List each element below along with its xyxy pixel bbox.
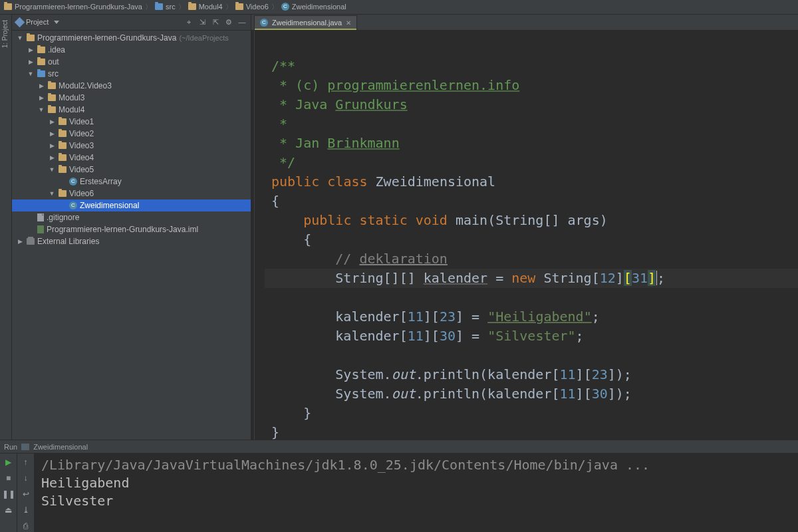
stop-button[interactable]: ■ [3,472,15,484]
tree-expand-icon[interactable]: ▼ [37,106,45,113]
code-line[interactable]: } [265,423,798,440]
code-line[interactable]: * Java Grundkurs [265,95,798,114]
tree-row[interactable]: ▶Video3 [12,140,251,152]
code-line[interactable]: */ [265,153,798,172]
tree-expand-icon[interactable]: ▼ [16,35,24,41]
hide-icon[interactable]: — [237,17,247,27]
breadcrumb-item[interactable]: Programmieren-lernen-Grundkurs-Java [4,3,142,11]
run-config-name: Zweidimensional [33,443,88,451]
scroll-to-end-button[interactable]: ⤓ [20,504,32,516]
code-line[interactable]: String[][] kalender = new String[12][31]… [265,269,798,288]
console-line: Silvester [41,493,113,509]
folder-icon [59,154,66,161]
tree-row[interactable]: ▶Video1 [12,116,251,128]
close-icon[interactable]: ✕ [346,19,351,27]
tree-expand-icon[interactable]: ▶ [27,47,35,53]
code-line[interactable]: // deklaration [265,249,798,269]
breadcrumb-item[interactable]: Video6 [235,3,269,11]
locate-icon[interactable]: ⌖ [184,17,194,27]
tree-expand-icon[interactable]: ▶ [37,82,45,89]
project-tool-stripe-label[interactable]: 1: Project [1,20,9,48]
tree-row[interactable]: ▼src [12,68,251,80]
expand-all-icon[interactable]: ⇱ [211,17,220,27]
code-line[interactable]: kalender[11][30] = "Silvester"; [265,327,798,346]
exit-button[interactable]: ⏏ [3,504,15,516]
code-line[interactable]: * (c) programmierenlernen.info [265,76,798,95]
code-line[interactable]: public class Zweidimensional [265,172,798,192]
code-line[interactable]: System.out.println(kalender[11][30]); [265,384,798,404]
folder-icon [48,106,56,113]
tree-row[interactable]: ▼Video5 [12,164,251,176]
collapse-all-icon[interactable]: ⇲ [198,17,207,27]
breadcrumb-item[interactable]: CZweidimensional [281,3,346,11]
code-line[interactable]: } [265,404,798,423]
tree-row[interactable]: ▶out [12,56,251,68]
tree-expand-icon[interactable]: ▶ [48,130,56,137]
file-icon [37,225,44,233]
code-line[interactable]: /** [265,57,798,76]
run-toolbar-left: ▶ ■ ❚❚ ⏏ [0,454,17,532]
soft-wrap-button[interactable]: ↩ [20,488,32,500]
code-line[interactable]: * Jan Brinkmann [265,134,798,153]
project-view-selector[interactable]: Project [16,18,59,26]
breadcrumb-separator: 〉 [145,2,152,12]
tree-row[interactable]: ▶Video2 [12,128,251,140]
run-console[interactable]: /Library/Java/JavaVirtualMachines/jdk1.8… [35,454,798,532]
folder-icon [59,130,66,137]
folder-icon [4,3,12,10]
tree-expand-icon[interactable]: ▼ [27,70,35,77]
chevron-down-icon [54,21,59,24]
code-line[interactable]: { [265,192,798,211]
folder-icon [235,3,243,10]
tree-expand-icon[interactable]: ▶ [37,94,45,101]
tree-expand-icon[interactable]: ▶ [48,142,56,149]
tree-row[interactable]: ▼Programmieren-lernen-Grundkurs-Java(~/I… [12,32,251,44]
tree-expand-icon[interactable]: ▼ [48,166,56,173]
down-button[interactable]: ↓ [20,472,32,484]
code-line[interactable]: { [265,230,798,249]
editor-tabs: C Zweidimensional.java ✕ [251,15,798,31]
tree-row[interactable]: ▶CZweidimensional [12,200,251,211]
print-button[interactable]: ⎙ [20,520,32,532]
tree-row[interactable]: ▶CErstesArray [12,176,251,188]
rerun-button[interactable]: ▶ [3,456,15,468]
tree-row[interactable]: ▶Video4 [12,152,251,164]
tree-label: .gitignore [47,213,79,222]
code-line[interactable]: * [265,114,798,134]
run-config-icon [21,444,29,450]
code-line[interactable]: System.out.println(kalender[11][23]); [265,365,798,384]
tool-window-stripe-left[interactable]: 1: Project [0,15,12,440]
tree-expand-icon[interactable]: ▼ [48,190,56,197]
up-button[interactable]: ↑ [20,456,32,468]
code-line[interactable] [265,37,798,57]
tree-label: ErstesArray [80,177,122,186]
code-line[interactable]: kalender[11][23] = "Heiligabend"; [265,307,798,327]
tree-row[interactable]: ▼Video6 [12,188,251,200]
tree-label: .idea [48,45,65,55]
breadcrumb-item[interactable]: src [155,3,176,11]
tree-expand-icon[interactable]: ▶ [27,59,35,65]
tree-row[interactable]: ▶.idea [12,44,251,56]
code-line[interactable] [265,288,798,307]
tree-expand-icon[interactable]: ▶ [48,154,56,161]
tree-row[interactable]: ▶.gitignore [12,211,251,223]
tree-row[interactable]: ▶Programmieren-lernen-Grundkurs-Java.iml [12,223,251,235]
breadcrumb-item[interactable]: Modul4 [188,3,223,11]
tree-row[interactable]: ▶Modul2.Video3 [12,80,251,92]
tree-expand-icon[interactable]: ▶ [16,238,24,245]
settings-icon[interactable]: ⚙ [224,17,233,27]
tree-label: Video5 [69,165,94,174]
tree-expand-icon[interactable]: ▶ [48,118,56,125]
folder-icon [37,70,45,77]
tree-row[interactable]: ▼Modul4 [12,104,251,116]
code-line[interactable]: public static void main(String[] args) [265,211,798,230]
breadcrumb-label: Video6 [246,3,269,11]
pause-button[interactable]: ❚❚ [3,488,15,500]
folder-icon [59,190,66,197]
tree-row[interactable]: ▶Modul3 [12,92,251,104]
editor-tab[interactable]: C Zweidimensional.java ✕ [254,15,357,30]
project-tree[interactable]: ▼Programmieren-lernen-Grundkurs-Java(~/I… [12,31,251,440]
tree-row[interactable]: ▶External Libraries [12,235,251,247]
code-editor[interactable]: /** * (c) programmierenlernen.info * Jav… [251,31,798,440]
code-line[interactable] [265,346,798,365]
